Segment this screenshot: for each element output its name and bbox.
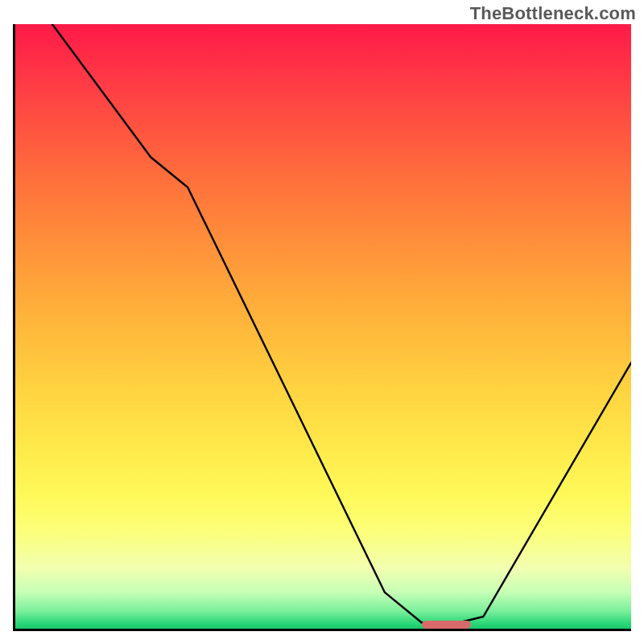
chart-container: TheBottleneck.com — [0, 0, 644, 644]
optimal-range-marker — [422, 621, 471, 629]
bottleneck-curve — [15, 24, 631, 629]
watermark-text: TheBottleneck.com — [470, 3, 636, 24]
plot-area — [13, 24, 631, 631]
